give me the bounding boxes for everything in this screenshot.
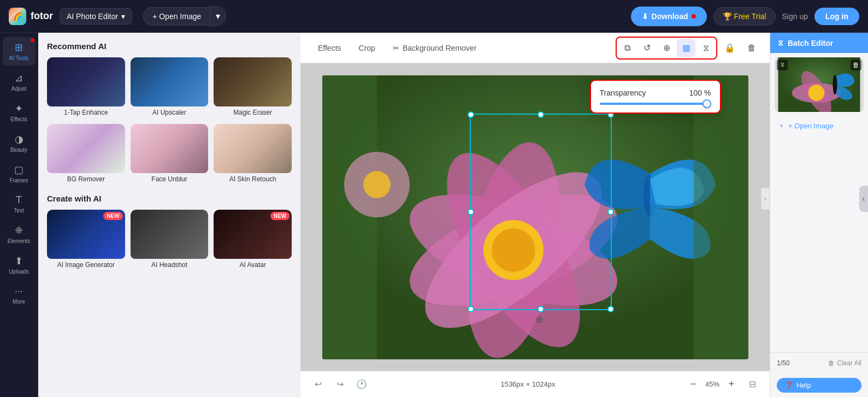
zoom-level: 45% bbox=[705, 380, 719, 388]
layers-icon: ⧖ bbox=[703, 43, 709, 53]
batch-editor-header[interactable]: ⧖ Batch Editor bbox=[770, 33, 868, 53]
delete-icon: 🗑 bbox=[747, 43, 756, 53]
tab-bg-remover[interactable]: ✂ Background Remover bbox=[384, 39, 485, 57]
sidebar-item-label-frames: Frames bbox=[10, 177, 28, 183]
tool-card-upscaler[interactable]: AI Upscaler bbox=[131, 57, 209, 118]
sidebar-item-label-ai-tools: AI Tools bbox=[9, 55, 28, 61]
batch-thumb-delete-button[interactable]: 🗑 bbox=[851, 60, 861, 70]
batch-thumb-layers-icon[interactable]: ⧖ bbox=[777, 60, 788, 70]
copy-icon: ⧉ bbox=[624, 43, 630, 53]
tool-card-skinretouch[interactable]: AI Skin Retouch bbox=[214, 124, 292, 185]
app-selector[interactable]: AI Photo Editor ▾ bbox=[60, 8, 132, 25]
login-button[interactable]: Log in bbox=[814, 8, 859, 25]
open-image-right-label: + Open Image bbox=[788, 122, 834, 130]
left-sidebar: ⊞ AI Tools ⊿ Adjust ✦ Effects ◑ Beauty ▢… bbox=[0, 33, 38, 397]
delete-button[interactable]: 🗑 bbox=[742, 39, 761, 57]
right-sidebar-bottom: 1/50 🗑 Clear All bbox=[770, 352, 868, 374]
history-icon: 🕐 bbox=[356, 379, 367, 389]
tool-card-headshot[interactable]: AI Headshot bbox=[131, 210, 209, 271]
redo-button[interactable]: ↪ bbox=[331, 376, 349, 393]
checkerboard-button[interactable]: ▦ bbox=[677, 39, 695, 57]
canvas-content: ⊕ Transparency 100 % bbox=[300, 63, 770, 371]
sidebar-item-elements[interactable]: ❈ Elements bbox=[3, 220, 36, 248]
sidebar-item-adjust[interactable]: ⊿ Adjust bbox=[3, 68, 36, 96]
free-trial-button[interactable]: 🏆 Free Trial bbox=[713, 7, 776, 26]
sidebar-item-uploads[interactable]: ⬆ Uploads bbox=[3, 251, 36, 279]
lock-button[interactable]: 🔒 bbox=[721, 39, 739, 57]
redo-icon: ↪ bbox=[336, 379, 344, 389]
split-view-button[interactable]: ⊟ bbox=[743, 376, 761, 393]
plus-icon: ＋ bbox=[778, 121, 785, 131]
sidebar-item-label-adjust: Adjust bbox=[11, 86, 27, 92]
login-label: Log in bbox=[825, 12, 848, 21]
sidebar-item-effects[interactable]: ✦ Effects bbox=[3, 98, 36, 127]
signup-button[interactable]: Sign up bbox=[782, 12, 808, 21]
sidebar-item-text[interactable]: T Text bbox=[3, 190, 36, 218]
dropdown-arrow: ▾ bbox=[216, 11, 220, 21]
svg-rect-9 bbox=[322, 75, 377, 359]
effects-tab-label: Effects bbox=[318, 44, 341, 52]
app-selector-arrow: ▾ bbox=[121, 12, 125, 21]
tool-card-label-1tap: 1-Tap Enhance bbox=[47, 106, 125, 118]
tool-card-eraser[interactable]: Magic Eraser bbox=[214, 57, 292, 118]
batch-editor-label: Batch Editor bbox=[788, 39, 833, 48]
page-count-value: 1/50 bbox=[777, 359, 789, 367]
new-badge-imagegen: NEW bbox=[103, 212, 122, 220]
batch-thumbnail-1[interactable]: ⧖ 🗑 bbox=[775, 57, 864, 112]
zoom-in-button[interactable]: + bbox=[724, 377, 739, 392]
logo-icon: 🌈 bbox=[9, 8, 26, 25]
open-image-button-group: + Open Image ▾ bbox=[143, 6, 226, 26]
sidebar-item-frames[interactable]: ▢ Frames bbox=[3, 159, 36, 188]
ai-tools-icon: ⊞ bbox=[15, 42, 23, 54]
tool-card-avatar[interactable]: NEW AI Avatar bbox=[214, 210, 292, 271]
app-name-label: AI Photo Editor bbox=[67, 12, 118, 21]
right-sidebar-expand-button[interactable]: › bbox=[761, 188, 770, 210]
tool-card-1tap[interactable]: 1-Tap Enhance bbox=[47, 57, 125, 118]
logo-text: fotor bbox=[31, 10, 53, 22]
bg-remover-icon: ✂ bbox=[393, 44, 399, 52]
svg-rect-10 bbox=[694, 75, 748, 359]
copy-button[interactable]: ⧉ bbox=[618, 39, 636, 57]
elements-icon: ❈ bbox=[15, 224, 23, 236]
frames-icon: ▢ bbox=[14, 164, 23, 176]
download-button[interactable]: ⬇ Download bbox=[631, 7, 707, 26]
undo-button[interactable]: ↩ bbox=[309, 376, 327, 393]
open-image-button[interactable]: + Open Image bbox=[143, 7, 210, 26]
rotate-button[interactable]: ↺ bbox=[637, 39, 656, 57]
sidebar-item-label-elements: Elements bbox=[8, 238, 31, 244]
toolbar-right-icons: ⧉ ↺ ⊕ ▦ ⧖ 🔒 bbox=[616, 37, 761, 60]
icon-group-highlighted: ⧉ ↺ ⊕ ▦ ⧖ bbox=[616, 37, 717, 60]
help-button[interactable]: ❓ Help bbox=[777, 378, 861, 393]
tab-crop[interactable]: Crop bbox=[350, 39, 384, 57]
sidebar-item-beauty[interactable]: ◑ Beauty bbox=[3, 129, 36, 157]
tool-card-label-avatar: AI Avatar bbox=[214, 259, 292, 271]
zoom-out-button[interactable]: − bbox=[686, 377, 701, 392]
tool-card-label-upscaler: AI Upscaler bbox=[131, 106, 209, 118]
svg-point-16 bbox=[808, 85, 825, 101]
tool-card-faceunblur[interactable]: Face Unblur bbox=[131, 124, 209, 185]
clear-all-button[interactable]: 🗑 Clear All bbox=[828, 359, 861, 367]
undo-icon: ↩ bbox=[315, 379, 322, 389]
open-image-right-button[interactable]: ＋ + Open Image bbox=[770, 116, 868, 135]
sidebar-item-ai-tools[interactable]: ⊞ AI Tools bbox=[3, 37, 36, 66]
transparency-slider-thumb[interactable] bbox=[702, 99, 711, 108]
layers-button[interactable]: ⧖ bbox=[696, 39, 715, 57]
transparency-slider[interactable] bbox=[600, 103, 711, 105]
tool-card-imagegen[interactable]: NEW AI Image Generator bbox=[47, 210, 125, 271]
sidebar-item-label-beauty: Beauty bbox=[10, 147, 27, 153]
history-button[interactable]: 🕐 bbox=[353, 376, 370, 393]
tool-card-bgremover[interactable]: BG Remover bbox=[47, 124, 125, 185]
help-label: Help bbox=[796, 381, 811, 389]
clear-all-delete-icon: 🗑 bbox=[828, 359, 835, 367]
sidebar-item-more[interactable]: ··· More bbox=[3, 281, 36, 309]
canvas-image[interactable]: ⊕ Transparency 100 % bbox=[322, 75, 748, 359]
split-view-icon: ⊟ bbox=[749, 379, 756, 389]
canvas-zoom-controls: − 45% + ⊟ bbox=[686, 376, 761, 393]
zoom-minus-icon: − bbox=[690, 378, 696, 390]
tab-effects[interactable]: Effects bbox=[309, 39, 350, 57]
tools-panel: Recommend AI 1-Tap Enhance AI Upscaler M… bbox=[38, 33, 300, 397]
open-image-dropdown[interactable]: ▾ bbox=[210, 6, 226, 26]
recommend-ai-title: Recommend AI bbox=[47, 42, 292, 51]
zoom-tool-button[interactable]: ⊕ bbox=[657, 39, 676, 57]
sidebar-item-label-uploads: Uploads bbox=[9, 269, 29, 275]
